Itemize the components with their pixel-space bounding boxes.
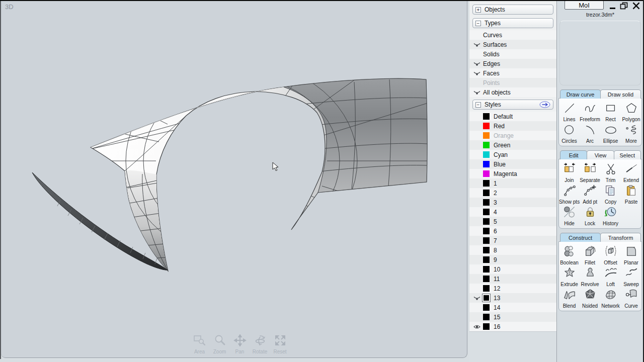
tool-loft[interactable]: Loft	[600, 266, 621, 288]
style-row-green[interactable]: Green	[469, 140, 556, 150]
style-row-red[interactable]: Red	[469, 121, 556, 131]
style-row-5[interactable]: 5	[469, 217, 556, 226]
type-row-points[interactable]: Points	[469, 78, 556, 87]
tool-lines[interactable]: Lines	[559, 101, 580, 123]
style-row-orange[interactable]: Orange	[469, 131, 556, 140]
maximize-button[interactable]	[620, 2, 628, 10]
close-button[interactable]	[632, 2, 640, 10]
ellipse-icon	[604, 123, 617, 138]
tab-draw-solid[interactable]: Draw solid	[600, 89, 641, 99]
boolean-icon	[563, 245, 576, 260]
type-row-solids[interactable]: Solids	[469, 49, 556, 59]
minimize-button[interactable]	[609, 2, 616, 10]
selected-style-swatch	[482, 294, 491, 302]
style-row-default[interactable]: Default	[469, 112, 556, 121]
style-row-2[interactable]: 2	[469, 188, 556, 198]
style-row-4[interactable]: 4	[469, 207, 556, 217]
tool-polygon[interactable]: Polygon	[621, 101, 641, 123]
tool-blend[interactable]: Blend	[559, 288, 580, 309]
type-row-faces[interactable]: Faces	[469, 68, 556, 78]
color-swatch	[484, 295, 489, 301]
tool-arc[interactable]: Arc	[580, 123, 600, 144]
style-label: 2	[494, 190, 497, 197]
viewport-3d[interactable]: 3D AreaZoomPanRotateReset	[1, 1, 467, 358]
tab-construct[interactable]: Construct	[560, 233, 601, 242]
tool-extrude[interactable]: Extrude	[559, 266, 580, 288]
tool-curve[interactable]: Curve	[621, 288, 641, 309]
tool-extend[interactable]: Extend	[621, 162, 641, 184]
style-row-6[interactable]: 6	[469, 226, 556, 236]
expand-toggle-icon[interactable]: +	[475, 7, 481, 13]
fender-surface[interactable]	[36, 1, 447, 312]
tool-trim[interactable]: Trim	[600, 162, 621, 184]
app-title-tab[interactable]: MoI	[565, 1, 604, 10]
tool-planar[interactable]: Planar	[621, 244, 641, 266]
types-section-header[interactable]: − Types	[472, 18, 553, 28]
tab-transform[interactable]: Transform	[600, 233, 641, 242]
half-eye-icon[interactable]	[473, 61, 483, 66]
tool-hide[interactable]: Hide	[559, 205, 580, 227]
tool-revolve[interactable]: Revolve	[580, 266, 600, 288]
tab-edit[interactable]: Edit	[560, 150, 587, 159]
model-mesh[interactable]	[1, 1, 467, 358]
tab-draw-curve[interactable]: Draw curve	[560, 89, 601, 99]
tool-paste[interactable]: Paste	[621, 184, 641, 205]
nav-zoom[interactable]: Zoom	[211, 334, 228, 354]
style-row-7[interactable]: 7	[469, 236, 556, 245]
style-row-16[interactable]: 16	[469, 322, 556, 331]
tab-select[interactable]: Select	[614, 150, 641, 159]
style-label: 9	[494, 256, 497, 263]
tool-ellipse[interactable]: Ellipse	[600, 123, 621, 144]
style-row-13[interactable]: 13	[469, 293, 556, 303]
style-row-1[interactable]: 1	[469, 178, 556, 188]
nav-area[interactable]: Area	[191, 334, 208, 354]
window-left-edge	[0, 0, 1, 359]
tool-join[interactable]: Join	[559, 162, 580, 184]
half-eye-icon[interactable]	[473, 42, 483, 47]
tool-boolean[interactable]: Boolean	[559, 244, 580, 266]
tool-sweep[interactable]: Sweep	[621, 266, 641, 288]
tool-separate[interactable]: Separate	[580, 162, 600, 184]
style-row-blue[interactable]: Blue	[469, 159, 556, 169]
styles-forward-button[interactable]	[539, 101, 550, 108]
collapse-toggle-icon[interactable]: −	[475, 21, 481, 26]
type-row-edges[interactable]: Edges	[469, 59, 556, 68]
open-eye-icon[interactable]	[473, 324, 483, 329]
tab-view[interactable]: View	[587, 150, 614, 159]
tool-freeform[interactable]: Freeform	[580, 101, 600, 123]
collapse-toggle-icon[interactable]: −	[475, 102, 481, 108]
type-row-all-objects[interactable]: All objects	[469, 87, 556, 97]
type-row-surfaces[interactable]: Surfaces	[469, 40, 556, 49]
tool-fillet[interactable]: Fillet	[580, 244, 600, 266]
tool-offset[interactable]: Offset	[600, 244, 621, 266]
tool-rect[interactable]: Rect	[600, 101, 621, 123]
tool-circles[interactable]: Circles	[559, 123, 580, 144]
tool-show-pts[interactable]: Show pts	[559, 184, 580, 205]
style-row-3[interactable]: 3	[469, 198, 556, 207]
style-row-11[interactable]: 11	[469, 274, 556, 284]
tool-network[interactable]: Network	[600, 288, 621, 309]
style-row-14[interactable]: 14	[469, 303, 556, 312]
tool-history[interactable]: History	[600, 205, 621, 227]
style-row-15[interactable]: 15	[469, 312, 556, 322]
objects-section-header[interactable]: + Objects	[472, 5, 553, 15]
tool-nsided[interactable]: Nsided	[580, 288, 600, 309]
type-label: All objects	[483, 89, 511, 96]
half-eye-icon[interactable]	[473, 71, 483, 76]
half-eye-icon[interactable]	[473, 90, 483, 95]
nav-rotate[interactable]: Rotate	[252, 334, 268, 354]
style-row-magenta[interactable]: Magenta	[469, 169, 556, 178]
style-row-cyan[interactable]: Cyan	[469, 150, 556, 159]
tool-lock[interactable]: Lock	[580, 205, 600, 227]
style-row-8[interactable]: 8	[469, 245, 556, 255]
tool-copy[interactable]: Copy	[600, 184, 621, 205]
tool-more[interactable]: More	[621, 123, 641, 144]
nav-pan[interactable]: Pan	[231, 334, 248, 354]
style-row-10[interactable]: 10	[469, 264, 556, 274]
type-row-curves[interactable]: Curves	[469, 30, 556, 40]
style-row-9[interactable]: 9	[469, 255, 556, 264]
styles-section-header[interactable]: − Styles	[472, 100, 553, 110]
tool-add-pt[interactable]: Add pt	[580, 184, 600, 205]
nav-reset[interactable]: Reset	[272, 334, 288, 354]
style-row-12[interactable]: 12	[469, 284, 556, 293]
